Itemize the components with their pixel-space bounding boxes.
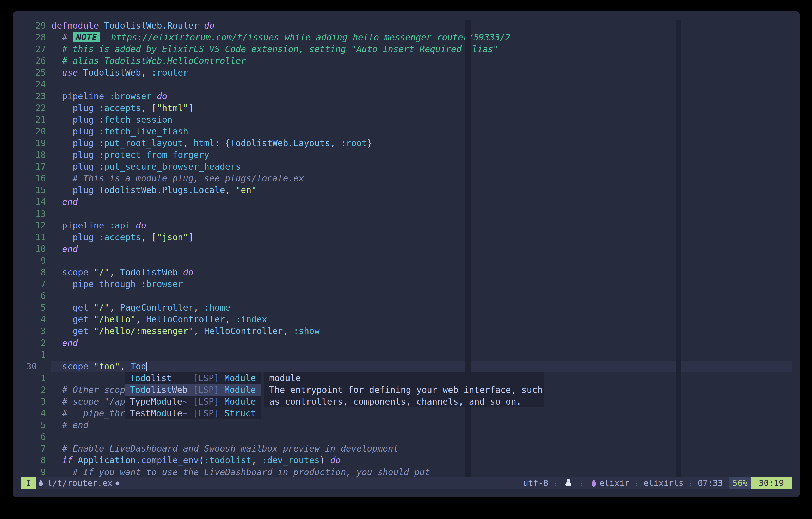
separator-dots: ⋮ bbox=[552, 479, 559, 487]
line-number: 24 bbox=[21, 79, 46, 90]
completion-doc-line: The entrypoint for defining your web int… bbox=[264, 384, 544, 396]
separator-dots: ⋮ bbox=[633, 479, 640, 487]
completion-item-name: Todolist bbox=[130, 372, 193, 384]
line-number: 6 bbox=[21, 431, 46, 443]
line-number: 30 bbox=[21, 361, 46, 372]
line-number: 14 bbox=[21, 196, 46, 208]
line-number: 4 bbox=[21, 407, 46, 419]
completion-kind-label: Struct bbox=[224, 408, 256, 419]
line-number: 7 bbox=[21, 443, 46, 454]
scroll-percent-badge: 56% bbox=[729, 477, 751, 489]
line-number: 5 bbox=[21, 302, 46, 313]
completion-doc-line: as controllers, components, channels, an… bbox=[264, 396, 544, 407]
desktop-background: 29defmodule TodolistWeb.Router do28 # NO… bbox=[0, 0, 812, 519]
clock-label: 07:33 bbox=[698, 478, 723, 488]
line-number: 16 bbox=[21, 172, 46, 184]
completion-item[interactable]: TodolistWeb[LSP] Module bbox=[124, 384, 261, 396]
line-number: 5 bbox=[21, 419, 46, 431]
colorcolumn-120 bbox=[676, 20, 681, 477]
line-number: 20 bbox=[21, 125, 46, 137]
line-number: 4 bbox=[21, 313, 46, 325]
line-number: 8 bbox=[21, 266, 46, 278]
editor-window: 29defmodule TodolistWeb.Router do28 # NO… bbox=[13, 11, 800, 497]
line-number: 19 bbox=[21, 137, 46, 149]
completion-item[interactable]: TypeModule~[LSP] Module bbox=[124, 396, 261, 407]
separator-dots: ⋮ bbox=[578, 479, 585, 487]
line-number: 8 bbox=[21, 454, 46, 466]
completion-popup[interactable]: Todolist[LSP] ModuleTodolistWeb[LSP] Mod… bbox=[124, 372, 261, 419]
line-number: 28 bbox=[21, 31, 46, 43]
line-number: 26 bbox=[21, 55, 46, 67]
colorcolumn-80 bbox=[465, 20, 471, 477]
filetype-label: elixir bbox=[599, 478, 630, 488]
encoding-label: utf-8 bbox=[523, 478, 548, 488]
completion-item[interactable]: TestModule~[LSP] Struct bbox=[124, 407, 261, 419]
line-number: 29 bbox=[21, 20, 46, 31]
line-number: 9 bbox=[21, 466, 46, 478]
line-number: 25 bbox=[21, 67, 46, 79]
completion-source-label: [LSP] bbox=[193, 373, 224, 383]
line-number: 17 bbox=[21, 161, 46, 172]
line-number: 1 bbox=[21, 349, 46, 361]
elixir-droplet-icon bbox=[590, 479, 597, 487]
completion-item[interactable]: Todolist[LSP] Module bbox=[124, 372, 261, 384]
line-number: 2 bbox=[21, 337, 46, 349]
line-number: 15 bbox=[21, 184, 46, 196]
line-number: 27 bbox=[21, 43, 46, 55]
linux-penguin-icon bbox=[564, 479, 572, 488]
completion-item-name: TypeModule~ bbox=[130, 396, 193, 407]
line-number: 3 bbox=[21, 396, 46, 407]
separator-dots: ⋮ bbox=[688, 479, 694, 487]
line-number: 22 bbox=[21, 102, 46, 114]
completion-item-name: TodolistWeb bbox=[130, 384, 193, 396]
line-number: 9 bbox=[21, 255, 46, 266]
line-number: 21 bbox=[21, 114, 46, 125]
line-number: 6 bbox=[21, 290, 46, 302]
text-cursor bbox=[146, 362, 147, 371]
completion-source-label: [LSP] bbox=[193, 408, 224, 419]
line-number: 10 bbox=[21, 243, 46, 255]
completion-doc-line: module bbox=[264, 372, 544, 384]
line-number: 2 bbox=[21, 384, 46, 396]
statusline: I l/t/router.ex ● utf-8 ⋮ ⋮ elixir ⋮ eli… bbox=[21, 477, 792, 489]
completion-item-name: TestModule~ bbox=[130, 407, 193, 419]
completion-kind-label: Module bbox=[224, 385, 256, 395]
line-number: 12 bbox=[21, 220, 46, 231]
line-number: 11 bbox=[21, 231, 46, 243]
completion-docs: moduleThe entrypoint for defining your w… bbox=[264, 372, 544, 407]
mode-indicator: I bbox=[21, 477, 36, 489]
line-number: 13 bbox=[21, 208, 46, 220]
lsp-server-label: elixirls bbox=[643, 478, 684, 488]
modified-indicator: ● bbox=[115, 480, 119, 487]
line-number: 1 bbox=[21, 372, 46, 384]
completion-source-label: [LSP] bbox=[193, 385, 224, 395]
line-number: 7 bbox=[21, 278, 46, 290]
line-number: 3 bbox=[21, 325, 46, 337]
filename: l/t/router.ex bbox=[47, 478, 112, 488]
completion-source-label: [LSP] bbox=[193, 397, 224, 407]
completion-kind-label: Module bbox=[224, 373, 256, 383]
completion-kind-label: Module bbox=[224, 397, 256, 407]
line-number: 23 bbox=[21, 90, 46, 102]
line-number: 18 bbox=[21, 149, 46, 161]
cursor-position-badge: 30:19 bbox=[751, 477, 792, 489]
file-droplet-icon bbox=[38, 479, 44, 487]
